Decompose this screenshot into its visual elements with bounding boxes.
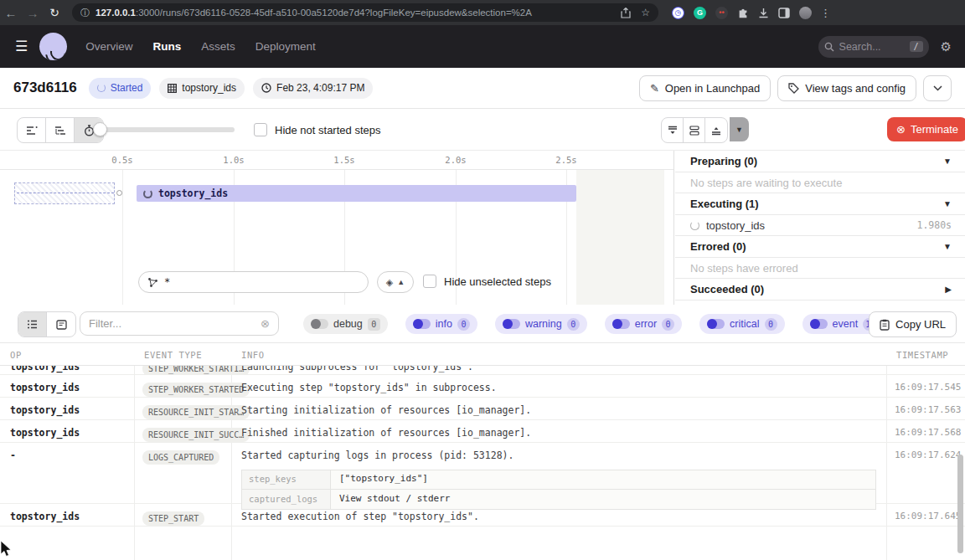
- gantt-queued-box: [14, 182, 115, 204]
- level-toggle-info[interactable]: info 0: [405, 314, 477, 334]
- more-actions-chevron-button[interactable]: [923, 75, 952, 101]
- search-icon: [824, 42, 834, 52]
- nav-deployment[interactable]: Deployment: [255, 40, 316, 53]
- hide-not-started-checkbox[interactable]: [254, 123, 267, 136]
- extensions-puzzle-icon[interactable]: [737, 7, 749, 18]
- copy-url-button[interactable]: Copy URL: [869, 311, 957, 337]
- share-icon[interactable]: [621, 8, 631, 18]
- sidebar-toggle-icon[interactable]: [778, 8, 790, 18]
- job-name-tag[interactable]: topstory_ids: [159, 78, 245, 99]
- run-id: 673d6116: [13, 80, 77, 96]
- log-row-logs-captured[interactable]: - LOGS_CAPTURED Started capturing logs i…: [0, 443, 965, 504]
- hamburger-menu-icon[interactable]: ☰: [15, 38, 28, 55]
- copy-url-label: Copy URL: [895, 318, 946, 331]
- gantt-zoom-slider[interactable]: [95, 127, 235, 132]
- grammarly-icon[interactable]: G: [694, 7, 706, 19]
- split-panels-icon[interactable]: [684, 118, 705, 142]
- caret-down-icon: ▼: [943, 199, 952, 208]
- level-label: event: [833, 318, 859, 330]
- url-bar[interactable]: ⓘ 127.0.0.1:3000/runs/673d6116-0528-45df…: [72, 3, 658, 22]
- extension-dark-icon[interactable]: ••: [715, 7, 728, 19]
- log-filter-input[interactable]: Filter... ⊗: [80, 311, 279, 336]
- log-toolbar: Filter... ⊗ debug 0 info 0 warning 0 err…: [0, 305, 965, 343]
- level-toggle-error[interactable]: error 0: [605, 314, 682, 334]
- log-row-partial[interactable]: topstory_ids STEP_WORKER_STARTI… Launchi…: [0, 366, 965, 375]
- expand-bottom-panel-icon[interactable]: [662, 118, 684, 142]
- hide-unselected-checkbox[interactable]: [423, 275, 436, 288]
- header-info: INFO: [231, 343, 886, 365]
- toggle-switch: [311, 319, 328, 329]
- section-title: Preparing (0): [690, 155, 943, 167]
- nav-assets[interactable]: Assets: [201, 40, 235, 53]
- caret-down-icon: ▼: [943, 242, 952, 251]
- profile-avatar[interactable]: [799, 7, 812, 19]
- run-status-badge[interactable]: Started: [89, 78, 152, 99]
- step-elapsed: 1.980s: [916, 219, 952, 231]
- level-toggle-critical[interactable]: critical 0: [699, 314, 784, 334]
- extension-icons: ◷ G ••: [672, 7, 812, 19]
- log-row[interactable]: topstory_ids RESOURCE_INIT_SUCC… Finishe…: [0, 420, 965, 443]
- filter-placeholder: Filter...: [89, 317, 261, 330]
- dagster-logo[interactable]: [39, 33, 67, 60]
- terminate-cancel-icon: ⊗: [896, 123, 906, 136]
- view-tags-config-button[interactable]: View tags and config: [777, 75, 916, 101]
- app-header: ☰ Overview Runs Assets Deployment Search…: [0, 25, 965, 68]
- reload-icon[interactable]: ↻: [44, 6, 65, 19]
- step-name: topstory_ids: [706, 219, 910, 232]
- level-toggle-warning[interactable]: warning 0: [495, 314, 587, 334]
- level-toggle-debug[interactable]: debug 0: [303, 314, 388, 334]
- download-icon[interactable]: [758, 8, 769, 18]
- section-executing[interactable]: Executing (1) ▼: [675, 193, 965, 215]
- waterfall-view-icon[interactable]: [46, 118, 75, 142]
- log-row[interactable]: topstory_ids STEP_WORKER_STARTED Executi…: [0, 375, 965, 398]
- run-time-tag[interactable]: Feb 23, 4:09:17 PM: [253, 78, 373, 99]
- zoom-controls-button[interactable]: ◈ ▲: [377, 271, 414, 293]
- hide-unselected-label: Hide unselected steps: [444, 275, 551, 288]
- clipboard-icon: [880, 319, 890, 331]
- section-errored[interactable]: Errored (0) ▼: [675, 236, 965, 258]
- step-selector-input[interactable]: *: [138, 271, 369, 293]
- forward-icon[interactable]: →: [22, 6, 44, 20]
- gantt-dependency-dot: [116, 190, 122, 196]
- collapse-bottom-panel-icon[interactable]: [705, 118, 727, 142]
- clear-filter-icon[interactable]: ⊗: [261, 317, 270, 330]
- level-label: info: [436, 318, 452, 330]
- browser-menu-icon[interactable]: ⋮: [820, 7, 831, 19]
- level-count: 0: [567, 318, 580, 331]
- gantt-chart: 0.5s 1.0s 1.5s 2.0s 2.5s topstory_ids *: [0, 151, 674, 305]
- settings-gear-icon[interactable]: ⚙: [941, 39, 952, 54]
- gantt-step-bar[interactable]: topstory_ids: [137, 185, 576, 202]
- open-in-launchpad-button[interactable]: ✎ Open in Launchpad: [639, 75, 771, 101]
- nav-runs[interactable]: Runs: [153, 40, 182, 53]
- log-row[interactable]: topstory_ids RESOURCE_INIT_STAR… Startin…: [0, 398, 965, 420]
- search-input[interactable]: Search... /: [818, 36, 929, 58]
- job-name-label: topstory_ids: [182, 82, 236, 94]
- section-succeeded[interactable]: Succeeded (0) ▶: [675, 279, 965, 301]
- log-row[interactable]: topstory_ids STEP_START Started executio…: [0, 504, 965, 527]
- slider-thumb[interactable]: [93, 122, 107, 136]
- layers-icon: ◈: [386, 277, 393, 288]
- structured-logs-icon[interactable]: [47, 312, 75, 337]
- re-execute-dropdown-button[interactable]: ▼: [730, 117, 749, 141]
- cell-info: Started execution of step "topstory_ids"…: [231, 504, 886, 531]
- chevron-down-icon: [933, 85, 942, 91]
- nav-overview[interactable]: Overview: [85, 40, 132, 53]
- flat-view-icon[interactable]: [18, 118, 46, 142]
- terminate-label: Terminate: [911, 123, 958, 136]
- mouse-cursor: [0, 541, 13, 557]
- section-preparing[interactable]: Preparing (0) ▼: [675, 151, 965, 172]
- extension-clock-icon[interactable]: ◷: [672, 7, 684, 19]
- level-count: 0: [368, 318, 380, 331]
- log-table-header: OP EVENT TYPE INFO TIMESTAMP: [0, 343, 965, 366]
- pencil-icon: ✎: [650, 82, 659, 95]
- back-icon[interactable]: ←: [0, 6, 22, 20]
- executing-step-row[interactable]: topstory_ids 1.980s: [675, 215, 965, 236]
- cell-op: -: [0, 443, 134, 468]
- level-count: 0: [457, 318, 470, 331]
- page-info-icon[interactable]: ⓘ: [80, 7, 90, 19]
- terminate-button[interactable]: ⊗ Terminate: [887, 117, 965, 141]
- bookmark-star-icon[interactable]: ☆: [641, 7, 650, 18]
- header-op: OP: [0, 343, 134, 365]
- log-scrollbar-thumb[interactable]: [957, 455, 963, 553]
- unstructured-logs-icon[interactable]: [18, 312, 47, 337]
